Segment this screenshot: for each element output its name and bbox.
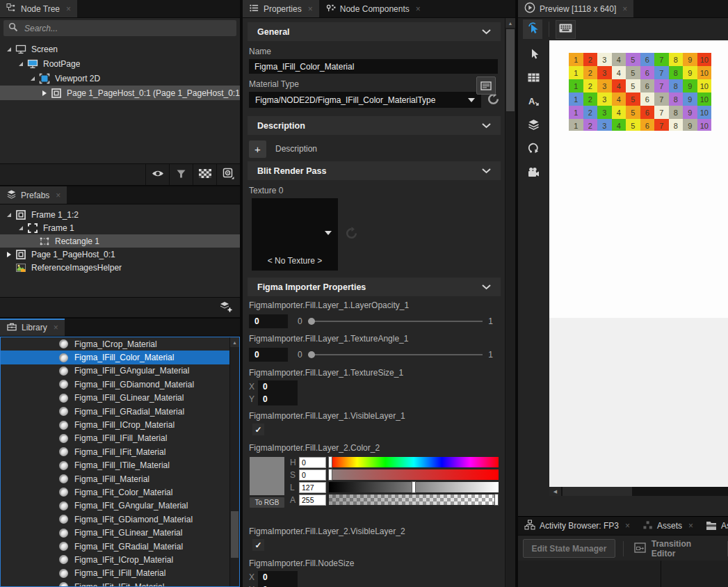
library-item[interactable]: Figma_IFit_IFill_Material — [1, 567, 239, 580]
keyboard-input-button[interactable] — [556, 20, 576, 39]
visible-layer-1-checkbox[interactable]: ✓ — [252, 424, 264, 435]
library-item[interactable]: Figma_IFill_GDiamond_Material — [1, 378, 239, 391]
node-tree-item[interactable]: Page 1_PageHost_0:1 (Page 1_PageHost_0:1… — [0, 86, 240, 100]
library-item[interactable]: Figma_IFill_GAngular_Material — [1, 364, 239, 378]
slider-value-field[interactable]: 0 — [249, 314, 288, 328]
color-swatch[interactable] — [250, 457, 284, 495]
expander-collapsed-icon[interactable] — [40, 90, 49, 96]
slider-track[interactable] — [308, 314, 483, 329]
prefabs-item[interactable]: Frame 1_1:2 — [0, 208, 240, 221]
properties-scrollbar[interactable]: ▲ — [505, 18, 515, 587]
visible-layer-2-checkbox[interactable]: ✓ — [252, 539, 264, 551]
to-rgb-button[interactable]: To RGB — [250, 497, 284, 508]
search-box[interactable] — [3, 20, 236, 36]
alpha-bar[interactable] — [329, 494, 499, 505]
node-tree-item[interactable]: RootPage — [0, 56, 240, 71]
pointer-tool-button[interactable] — [524, 46, 544, 63]
library-item[interactable]: Figma_IFill_GRadial_Material — [1, 405, 239, 418]
material-type-dropdown[interactable]: Figma/NODE2D/Figma_IFill_Color_MaterialT… — [249, 92, 481, 108]
text-tool-button[interactable]: A — [524, 93, 544, 111]
expander-expanded-icon[interactable] — [28, 77, 38, 81]
add-description-button[interactable]: + — [249, 140, 266, 158]
library-item[interactable]: Figma_IFit_ICrop_Material — [1, 553, 239, 566]
tab-properties[interactable]: Properties × — [243, 0, 319, 17]
preview-horizontal-scrollbar[interactable]: ◀ — [549, 487, 728, 496]
add-prefab-button[interactable] — [220, 301, 233, 315]
library-item[interactable]: Figma_IFill_ITile_Material — [1, 459, 239, 472]
library-item[interactable]: Figma_IFill_IFill_Material — [1, 432, 239, 445]
close-icon[interactable]: × — [625, 521, 630, 531]
expander-expanded-icon[interactable] — [4, 47, 14, 51]
revert-icon-disabled[interactable] — [345, 227, 358, 242]
tab-asset-packages[interactable]: Asset — [699, 517, 728, 535]
prefabs-item[interactable]: ReferenceImagesHelper — [0, 261, 240, 274]
open-material-editor-button[interactable] — [476, 77, 496, 95]
texture-dropdown[interactable]: < No Texture > — [252, 198, 338, 271]
prefabs-item[interactable]: Rectangle 1 — [0, 234, 240, 248]
close-icon[interactable]: × — [308, 4, 313, 14]
library-item[interactable]: Figma_IFill_ICrop_Material — [1, 418, 239, 431]
prefabs-item[interactable]: Frame 1 — [0, 221, 240, 234]
expander-expanded-icon[interactable] — [16, 226, 26, 230]
viewport-options-button[interactable] — [216, 164, 240, 185]
transparency-toggle-button[interactable] — [193, 164, 216, 185]
library-item[interactable]: Figma_IFill_Color_Material — [1, 351, 239, 364]
lightness-bar[interactable] — [329, 482, 499, 492]
hue-bar[interactable] — [329, 457, 499, 467]
layers-button[interactable] — [524, 117, 544, 134]
split-divider[interactable] — [661, 561, 661, 587]
h-field[interactable]: 0 — [299, 457, 326, 468]
l-field[interactable]: 127 — [299, 482, 326, 493]
section-header-description[interactable]: Description — [248, 116, 501, 135]
close-icon[interactable]: × — [416, 4, 421, 14]
library-item[interactable]: Figma_IFit_GAngular_Material — [1, 499, 239, 513]
node-size-x-field[interactable]: 0 — [258, 571, 298, 584]
scrollbar-thumb[interactable] — [231, 511, 238, 558]
close-icon[interactable]: × — [688, 521, 693, 531]
tab-assets[interactable]: Assets × — [636, 517, 699, 535]
expander-expanded-icon[interactable] — [4, 213, 14, 217]
texture-size-x-field[interactable]: 0 — [258, 380, 298, 393]
scroll-up-button[interactable]: ▲ — [230, 337, 239, 347]
scrollbar-thumb[interactable] — [506, 29, 515, 111]
connections-button[interactable] — [524, 140, 544, 158]
section-header-figma-importer[interactable]: Figma Importer Properties — [248, 278, 501, 296]
library-item[interactable]: Figma_IFit_IFit_Material — [1, 580, 239, 587]
filter-button[interactable] — [169, 164, 193, 185]
preview-canvas[interactable]: 1234567891012345678910123456789101234567… — [549, 40, 728, 487]
close-icon[interactable]: × — [54, 323, 58, 332]
transition-editor-button[interactable]: Transition Editor — [631, 540, 720, 557]
close-icon[interactable]: × — [56, 191, 60, 200]
section-header-blit-render-pass[interactable]: Blit Render Pass — [248, 161, 501, 180]
section-header-general[interactable]: General — [248, 22, 501, 41]
node-tree-item[interactable]: Screen — [0, 42, 240, 56]
library-item[interactable]: Figma_IFill_Material — [1, 472, 239, 485]
grid-view-button[interactable] — [524, 70, 544, 87]
tab-activity-browser[interactable]: Activity Browser: FP3 × — [518, 517, 636, 535]
tab-preview[interactable]: Preview [1118 x 640] × — [518, 0, 633, 17]
library-item[interactable]: Figma_IFit_Color_Material — [1, 485, 239, 499]
visibility-toggle-button[interactable] — [145, 164, 169, 185]
tab-node-tree[interactable]: Node Tree × — [0, 0, 77, 17]
edit-state-manager-button[interactable]: Edit State Manager — [523, 539, 615, 558]
expander-expanded-icon[interactable] — [16, 62, 26, 66]
scroll-left-button[interactable]: ◀ — [549, 487, 561, 496]
library-item[interactable]: Figma_IFill_IFit_Material — [1, 445, 239, 458]
s-field[interactable]: 0 — [299, 469, 326, 481]
search-input[interactable] — [23, 23, 232, 34]
node-tree-item[interactable]: Viewport 2D — [0, 71, 240, 86]
library-item[interactable]: Figma_IFit_GDiamond_Material — [1, 513, 239, 526]
prefabs-item[interactable]: Page 1_PageHost_0:1 — [0, 248, 240, 261]
library-item[interactable]: Figma_IFit_GRadial_Material — [1, 540, 239, 553]
tab-library[interactable]: Library × — [0, 319, 65, 336]
close-icon[interactable]: × — [66, 4, 71, 14]
tab-node-components[interactable]: Node Components × — [319, 0, 427, 17]
library-item[interactable]: Figma_IFill_GLinear_Material — [1, 392, 239, 405]
expander-collapsed-icon[interactable] — [4, 252, 14, 257]
slider-thumb[interactable] — [308, 351, 315, 358]
slider-track[interactable] — [308, 347, 483, 362]
node-size-y-field[interactable]: 0 — [258, 584, 298, 587]
texture-size-y-field[interactable]: 0 — [258, 393, 298, 405]
library-item[interactable]: Figma_ICrop_Material — [1, 337, 239, 351]
name-field[interactable] — [249, 59, 498, 74]
